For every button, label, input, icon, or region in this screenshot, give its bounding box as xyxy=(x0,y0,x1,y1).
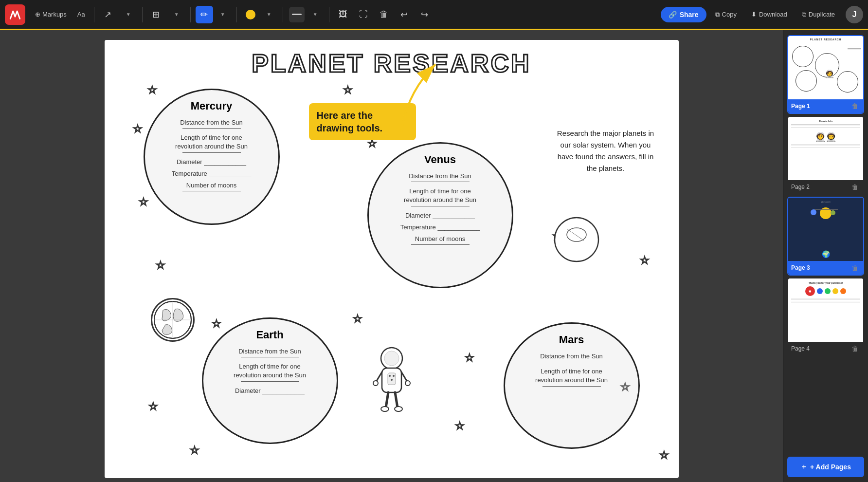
page-thumb-img-2: Planets Info 👩‍🚀👨‍🚀 xyxy=(788,117,863,180)
star-decoration: ☆ xyxy=(139,196,148,208)
undo-icon: ↩ xyxy=(400,9,408,20)
earth-name: Earth xyxy=(256,329,283,341)
chevron-down-icon-2: ▼ xyxy=(174,12,179,17)
page-title: PLANET RESEARCH xyxy=(105,49,679,78)
svg-point-16 xyxy=(373,381,378,386)
link-icon: 🔗 xyxy=(669,11,677,19)
mars-name: Mars xyxy=(559,334,584,346)
copy-button[interactable]: ⧉ Copy xyxy=(709,7,742,22)
image-tool-button[interactable]: 🖼 xyxy=(334,6,352,23)
mars-circle: Mars Distance from the Sun Length of tim… xyxy=(504,322,640,449)
star-decoration: ☆ xyxy=(353,313,362,325)
main-area: PLANET RESEARCH Research the major plane… xyxy=(0,30,868,482)
small-planet-icon xyxy=(552,215,601,264)
pen-icon: ✏ xyxy=(200,9,208,20)
page-2-delete[interactable]: 🗑 xyxy=(850,182,860,192)
grid-icon: ⊞ xyxy=(152,9,160,20)
plus-icon: ＋ xyxy=(800,463,807,471)
star-decoration: ☆ xyxy=(133,123,143,135)
separator-1 xyxy=(94,7,94,22)
svg-point-12 xyxy=(393,375,395,377)
earth-circle: Earth Distance from the Sun Length of ti… xyxy=(202,317,338,444)
svg-point-11 xyxy=(389,375,391,377)
grid-tool-button[interactable]: ⊞ xyxy=(147,6,165,23)
venus-name: Venus xyxy=(424,153,456,166)
svg-point-13 xyxy=(391,379,393,381)
chevron-down-icon-5: ▼ xyxy=(313,12,318,17)
page-4-label-row: Page 4 🗑 xyxy=(788,342,863,355)
page-1-label-row: Page 1 🗑 xyxy=(788,99,863,113)
page-thumb-3[interactable]: Worksheet 🌍 Page 3 🗑 xyxy=(787,197,864,276)
star-decoration: ☆ xyxy=(465,352,474,364)
separator-3 xyxy=(190,7,191,22)
duplicate-icon: ⧉ xyxy=(802,11,806,19)
svg-point-17 xyxy=(405,381,410,386)
arrow-dropdown[interactable]: ▼ xyxy=(120,6,137,23)
page-thumb-2[interactable]: Planets Info 👩‍🚀👨‍🚀 Page 2 🗑 xyxy=(787,116,864,195)
color-swatch xyxy=(246,10,255,19)
page-thumb-1[interactable]: PLANET RESEARCH 🧑‍🚀 Page 1 xyxy=(787,35,864,114)
info-text: Research the major planets in our solar … xyxy=(552,128,659,174)
separator-6 xyxy=(329,7,329,22)
add-pages-button[interactable]: ＋ + Add Pages xyxy=(787,457,864,477)
chevron-down-icon: ▼ xyxy=(126,12,131,17)
venus-circle: Venus Distance from the Sun Length of ti… xyxy=(367,142,513,288)
svg-line-19 xyxy=(395,392,398,408)
color-dropdown[interactable]: ▼ xyxy=(260,6,278,23)
page-thumb-4[interactable]: Thank you for your purchase! ♥ Page 4 xyxy=(787,278,864,356)
pages-panel: PLANET RESEARCH 🧑‍🚀 Page 1 xyxy=(783,30,868,482)
svg-point-8 xyxy=(384,351,399,366)
chevron-down-icon-4: ▼ xyxy=(267,12,271,17)
trash-icon: 🗑 xyxy=(380,9,388,19)
page-thumb-img-4: Thank you for your purchase! ♥ xyxy=(788,278,863,342)
app-logo[interactable] xyxy=(5,4,25,25)
download-icon: ⬇ xyxy=(751,11,757,18)
star-decoration: ☆ xyxy=(455,420,465,432)
pen-tool-button[interactable]: ✏ xyxy=(196,6,213,23)
separator-4 xyxy=(236,7,237,22)
stroke-dropdown[interactable]: ▼ xyxy=(307,6,324,23)
toolbar: ⊕ Markups Aa ↗ ▼ ⊞ ▼ ✏ ▼ ▼ xyxy=(0,0,868,30)
star-decoration: ☆ xyxy=(343,84,353,96)
pen-dropdown[interactable]: ▼ xyxy=(214,6,232,23)
undo-button[interactable]: ↩ xyxy=(396,6,413,23)
page-3-delete[interactable]: 🗑 xyxy=(850,263,860,273)
page-1-delete[interactable]: 🗑 xyxy=(850,101,860,111)
mercury-circle: Mercury Distance from the Sun Length of … xyxy=(144,89,280,225)
mercury-name: Mercury xyxy=(191,100,233,112)
layers-icon: ⊕ xyxy=(35,11,40,18)
arrow-tool-button[interactable]: ↗ xyxy=(99,6,117,23)
grid-dropdown[interactable]: ▼ xyxy=(168,6,185,23)
stroke-width-button[interactable] xyxy=(288,6,306,23)
delete-button[interactable]: 🗑 xyxy=(375,6,393,23)
color-picker-button[interactable] xyxy=(242,6,259,23)
chevron-down-icon-3: ▼ xyxy=(220,12,225,17)
arrow-icon: ↗ xyxy=(104,9,111,20)
image-icon: 🖼 xyxy=(339,9,347,19)
duplicate-button[interactable]: ⧉ Duplicate xyxy=(796,7,841,22)
page-thumb-img-3: Worksheet 🌍 xyxy=(788,198,863,261)
download-button[interactable]: ⬇ Download xyxy=(745,7,793,22)
earth-globe-icon xyxy=(151,298,195,342)
svg-point-4 xyxy=(555,218,598,261)
user-avatar[interactable]: J xyxy=(846,6,863,23)
separator-2 xyxy=(142,7,143,22)
redo-button[interactable]: ↪ xyxy=(416,6,434,23)
star-decoration: ☆ xyxy=(147,84,157,96)
astronaut-figure xyxy=(372,347,431,444)
svg-line-15 xyxy=(401,372,407,382)
svg-line-14 xyxy=(376,372,382,382)
page-3-label-row: Page 3 🗑 xyxy=(788,261,863,275)
page-4-delete[interactable]: 🗑 xyxy=(850,344,860,353)
page-2-label-row: Page 2 🗑 xyxy=(788,180,863,194)
star-decoration: ☆ xyxy=(640,254,650,267)
panel-spacer xyxy=(787,358,864,455)
font-button[interactable]: Aa xyxy=(73,8,89,21)
star-decoration: ☆ xyxy=(156,259,165,272)
markups-button[interactable]: ⊕ Markups xyxy=(31,8,71,21)
separator-5 xyxy=(283,7,283,22)
canvas-area[interactable]: PLANET RESEARCH Research the major plane… xyxy=(0,30,783,482)
share-button[interactable]: 🔗 Share xyxy=(661,7,706,22)
stroke-preview xyxy=(289,7,305,22)
crop-tool-button[interactable]: ⛶ xyxy=(355,6,372,23)
